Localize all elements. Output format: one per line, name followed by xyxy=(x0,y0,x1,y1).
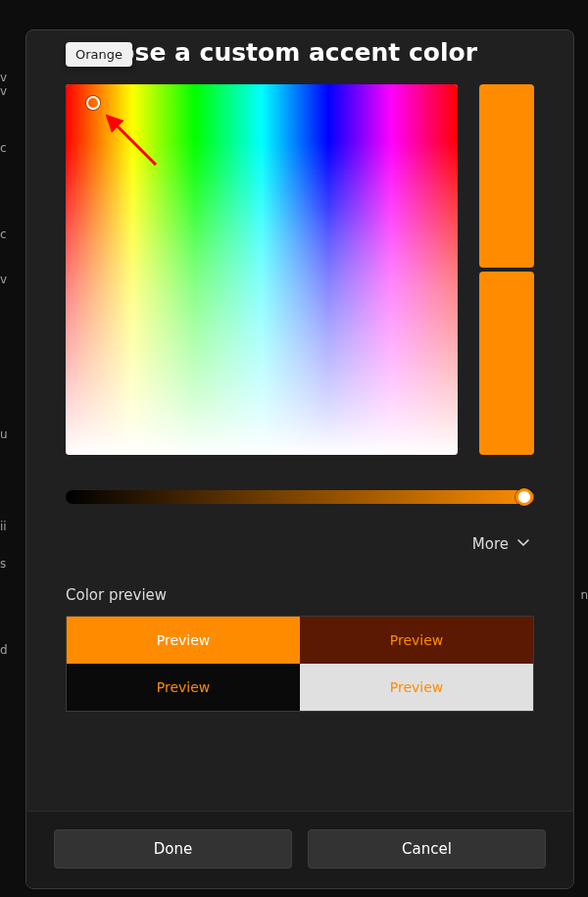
more-toggle[interactable]: More xyxy=(66,529,534,559)
dialog-title: Choose a custom accent color xyxy=(66,38,534,67)
more-label: More xyxy=(472,535,509,553)
dialog-footer: Done Cancel xyxy=(26,811,573,888)
color-name-tooltip: Orange xyxy=(66,42,132,67)
done-button[interactable]: Done xyxy=(54,829,292,869)
color-preview-cell: Preview xyxy=(300,664,533,711)
color-preview-cell: Preview xyxy=(300,617,533,664)
color-preview-heading: Color preview xyxy=(66,586,534,604)
swatch-previous[interactable] xyxy=(479,272,534,455)
value-slider-thumb[interactable] xyxy=(515,488,533,506)
color-preview-cell: Preview xyxy=(67,664,300,711)
color-preview-cell: Preview xyxy=(67,617,300,664)
color-preview-grid: Preview Preview Preview Preview xyxy=(66,616,534,712)
cancel-button[interactable]: Cancel xyxy=(308,829,546,869)
accent-color-dialog: Choose a custom accent color Orange xyxy=(25,29,574,889)
value-slider-track[interactable] xyxy=(66,490,534,504)
chevron-down-icon xyxy=(516,535,530,553)
color-field[interactable] xyxy=(66,84,458,455)
color-field-selector[interactable] xyxy=(86,96,100,110)
swatch-current[interactable] xyxy=(479,84,534,268)
